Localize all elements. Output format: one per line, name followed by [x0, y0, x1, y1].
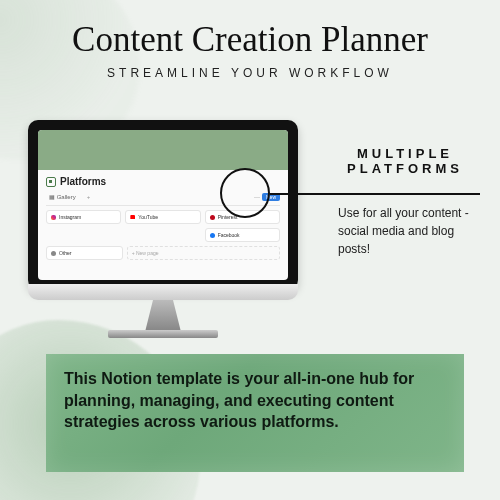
platform-card-instagram[interactable]: Instagram	[46, 210, 121, 224]
divider	[46, 205, 280, 206]
app-screen: Platforms ▦ Gallery + ⋯ New Instagram	[38, 130, 288, 280]
callout-title: MULTIPLE PLATFORMS	[320, 146, 490, 176]
callout-body: Use for all your content - social media …	[338, 204, 478, 258]
monitor-bezel: Platforms ▦ Gallery + ⋯ New Instagram	[28, 120, 298, 290]
app-cover	[38, 130, 288, 170]
filter-icon[interactable]: ⋯	[254, 193, 260, 200]
platforms-icon	[46, 177, 56, 187]
card-label: YouTube	[138, 214, 158, 220]
card-label: Pinterest	[218, 214, 238, 220]
instagram-icon	[51, 215, 56, 220]
section-title-text: Platforms	[60, 176, 106, 187]
platform-card-pinterest[interactable]: Pinterest	[205, 210, 280, 224]
monitor-chin	[28, 284, 298, 300]
facebook-icon	[210, 233, 215, 238]
card-label: Instagram	[59, 214, 81, 220]
callout-line	[270, 193, 480, 195]
monitor-foot	[108, 330, 218, 338]
view-tabs: ▦ Gallery + ⋯ New	[46, 191, 280, 202]
card-label: Facebook	[218, 232, 240, 238]
monitor-mockup: Platforms ▦ Gallery + ⋯ New Instagram	[28, 120, 298, 338]
youtube-icon	[130, 215, 135, 220]
page-title: Content Creation Planner	[0, 20, 500, 60]
monitor-stand	[138, 300, 188, 330]
platform-card-other[interactable]: Other	[46, 246, 123, 260]
platform-card-facebook[interactable]: Facebook	[205, 228, 280, 242]
new-page-button[interactable]: + New page	[127, 246, 280, 260]
section-title: Platforms	[46, 176, 280, 187]
tab-gallery[interactable]: ▦ Gallery	[46, 191, 79, 202]
description-panel: This Notion template is your all-in-one …	[46, 354, 464, 472]
platform-card-youtube[interactable]: YouTube	[125, 210, 200, 224]
page-subtitle: STREAMLINE YOUR WORKFLOW	[0, 66, 500, 80]
other-icon	[51, 251, 56, 256]
add-view-icon[interactable]: +	[87, 194, 91, 200]
pinterest-icon	[210, 215, 215, 220]
card-label: Other	[59, 250, 72, 256]
